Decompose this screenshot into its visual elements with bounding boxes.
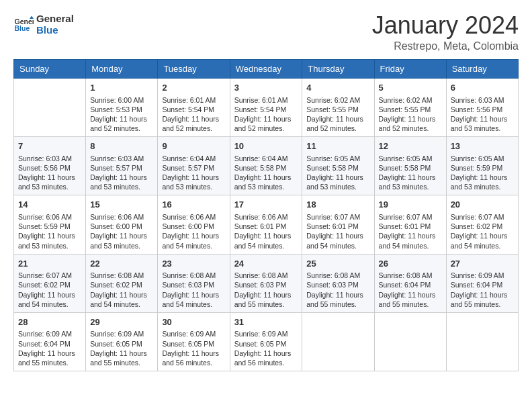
calendar-week-row: 28Sunrise: 6:09 AM Sunset: 6:04 PM Dayli…	[14, 312, 519, 371]
day-info: Sunrise: 6:05 AM Sunset: 5:58 PM Dayligh…	[379, 154, 442, 192]
day-info: Sunrise: 6:08 AM Sunset: 6:04 PM Dayligh…	[379, 271, 442, 309]
calendar-cell: 18Sunrise: 6:07 AM Sunset: 6:01 PM Dayli…	[302, 195, 374, 254]
calendar-cell: 11Sunrise: 6:05 AM Sunset: 5:58 PM Dayli…	[302, 137, 374, 195]
day-number: 29	[90, 316, 153, 328]
calendar-cell: 26Sunrise: 6:08 AM Sunset: 6:04 PM Dayli…	[374, 254, 446, 312]
calendar-table: SundayMondayTuesdayWednesdayThursdayFrid…	[13, 59, 519, 371]
day-info: Sunrise: 6:09 AM Sunset: 6:05 PM Dayligh…	[162, 329, 225, 367]
day-info: Sunrise: 6:01 AM Sunset: 5:54 PM Dayligh…	[234, 95, 298, 134]
calendar-cell: 23Sunrise: 6:08 AM Sunset: 6:03 PM Dayli…	[158, 254, 230, 312]
day-number: 7	[18, 140, 81, 152]
day-number: 25	[306, 258, 369, 270]
calendar-cell: 21Sunrise: 6:07 AM Sunset: 6:02 PM Dayli…	[14, 254, 86, 312]
day-number: 6	[451, 82, 514, 94]
day-number: 4	[306, 82, 369, 94]
day-number: 14	[18, 199, 81, 211]
calendar-cell: 6Sunrise: 6:03 AM Sunset: 5:56 PM Daylig…	[446, 79, 518, 137]
header: General Blue General Blue January 2024 R…	[13, 13, 519, 52]
weekday-header: Thursday	[302, 60, 374, 79]
calendar-week-row: 7Sunrise: 6:03 AM Sunset: 5:56 PM Daylig…	[14, 137, 519, 195]
day-info: Sunrise: 6:02 AM Sunset: 5:55 PM Dayligh…	[379, 95, 442, 134]
day-info: Sunrise: 6:07 AM Sunset: 6:02 PM Dayligh…	[18, 271, 81, 309]
day-info: Sunrise: 6:07 AM Sunset: 6:02 PM Dayligh…	[451, 212, 514, 250]
calendar-cell: 27Sunrise: 6:09 AM Sunset: 6:04 PM Dayli…	[446, 254, 518, 312]
day-info: Sunrise: 6:03 AM Sunset: 5:57 PM Dayligh…	[90, 154, 153, 192]
day-info: Sunrise: 6:09 AM Sunset: 6:04 PM Dayligh…	[451, 271, 514, 309]
calendar-cell: 5Sunrise: 6:02 AM Sunset: 5:55 PM Daylig…	[374, 79, 446, 137]
day-number: 13	[451, 140, 514, 152]
weekday-header: Tuesday	[158, 60, 230, 79]
calendar-week-row: 21Sunrise: 6:07 AM Sunset: 6:02 PM Dayli…	[14, 254, 519, 312]
day-number: 10	[234, 140, 298, 152]
day-number: 30	[162, 316, 225, 328]
calendar-header: SundayMondayTuesdayWednesdayThursdayFrid…	[14, 60, 519, 79]
day-number: 15	[90, 199, 153, 211]
day-info: Sunrise: 6:08 AM Sunset: 6:03 PM Dayligh…	[162, 271, 225, 309]
logo-general: General	[36, 13, 74, 25]
day-number: 24	[234, 258, 298, 270]
calendar-cell	[446, 312, 518, 371]
logo-icon: General Blue	[13, 15, 34, 35]
day-info: Sunrise: 6:01 AM Sunset: 5:54 PM Dayligh…	[162, 95, 225, 134]
weekday-header: Wednesday	[230, 60, 302, 79]
day-number: 11	[306, 140, 369, 152]
weekday-header: Sunday	[14, 60, 86, 79]
day-info: Sunrise: 6:07 AM Sunset: 6:01 PM Dayligh…	[306, 212, 369, 250]
day-number: 20	[451, 199, 514, 211]
day-number: 18	[306, 199, 369, 211]
calendar-subtitle: Restrepo, Meta, Colombia	[372, 40, 519, 52]
calendar-cell: 16Sunrise: 6:06 AM Sunset: 6:00 PM Dayli…	[158, 195, 230, 254]
calendar-cell	[302, 312, 374, 371]
calendar-cell: 17Sunrise: 6:06 AM Sunset: 6:01 PM Dayli…	[230, 195, 302, 254]
day-number: 8	[90, 140, 153, 152]
day-info: Sunrise: 6:09 AM Sunset: 6:04 PM Dayligh…	[18, 329, 81, 367]
day-number: 21	[18, 258, 81, 270]
calendar-cell: 8Sunrise: 6:03 AM Sunset: 5:57 PM Daylig…	[86, 137, 158, 195]
calendar-cell: 22Sunrise: 6:08 AM Sunset: 6:02 PM Dayli…	[86, 254, 158, 312]
day-info: Sunrise: 6:04 AM Sunset: 5:58 PM Dayligh…	[234, 154, 298, 192]
calendar-cell: 28Sunrise: 6:09 AM Sunset: 6:04 PM Dayli…	[14, 312, 86, 371]
day-number: 5	[379, 82, 442, 94]
calendar-cell: 3Sunrise: 6:01 AM Sunset: 5:54 PM Daylig…	[230, 79, 302, 137]
day-number: 19	[379, 199, 442, 211]
day-info: Sunrise: 6:09 AM Sunset: 6:05 PM Dayligh…	[234, 329, 298, 367]
day-info: Sunrise: 6:09 AM Sunset: 6:05 PM Dayligh…	[90, 329, 153, 367]
day-info: Sunrise: 6:03 AM Sunset: 5:56 PM Dayligh…	[451, 95, 514, 134]
day-number: 17	[234, 199, 298, 211]
day-info: Sunrise: 6:02 AM Sunset: 5:55 PM Dayligh…	[306, 95, 369, 134]
svg-text:Blue: Blue	[15, 24, 30, 32]
calendar-week-row: 1Sunrise: 6:00 AM Sunset: 5:53 PM Daylig…	[14, 79, 519, 137]
day-number: 23	[162, 258, 225, 270]
day-number: 31	[234, 316, 298, 328]
weekday-row: SundayMondayTuesdayWednesdayThursdayFrid…	[14, 60, 519, 79]
day-info: Sunrise: 6:08 AM Sunset: 6:03 PM Dayligh…	[234, 271, 298, 309]
calendar-cell	[374, 312, 446, 371]
calendar-cell: 2Sunrise: 6:01 AM Sunset: 5:54 PM Daylig…	[158, 79, 230, 137]
calendar-body: 1Sunrise: 6:00 AM Sunset: 5:53 PM Daylig…	[14, 79, 519, 371]
weekday-header: Monday	[86, 60, 158, 79]
day-info: Sunrise: 6:06 AM Sunset: 6:01 PM Dayligh…	[234, 212, 298, 250]
calendar-cell: 20Sunrise: 6:07 AM Sunset: 6:02 PM Dayli…	[446, 195, 518, 254]
day-number: 12	[379, 140, 442, 152]
day-number: 2	[162, 82, 225, 94]
calendar-cell: 7Sunrise: 6:03 AM Sunset: 5:56 PM Daylig…	[14, 137, 86, 195]
calendar-cell: 13Sunrise: 6:05 AM Sunset: 5:59 PM Dayli…	[446, 137, 518, 195]
day-number: 27	[451, 258, 514, 270]
logo-blue: Blue	[36, 25, 74, 36]
day-info: Sunrise: 6:00 AM Sunset: 5:53 PM Dayligh…	[90, 95, 153, 134]
calendar-cell: 31Sunrise: 6:09 AM Sunset: 6:05 PM Dayli…	[230, 312, 302, 371]
day-info: Sunrise: 6:06 AM Sunset: 6:00 PM Dayligh…	[90, 212, 153, 250]
logo: General Blue General Blue	[13, 13, 74, 36]
day-info: Sunrise: 6:06 AM Sunset: 5:59 PM Dayligh…	[18, 212, 81, 250]
day-info: Sunrise: 6:08 AM Sunset: 6:03 PM Dayligh…	[306, 271, 369, 309]
day-info: Sunrise: 6:04 AM Sunset: 5:57 PM Dayligh…	[162, 154, 225, 192]
day-info: Sunrise: 6:06 AM Sunset: 6:00 PM Dayligh…	[162, 212, 225, 250]
calendar-cell: 10Sunrise: 6:04 AM Sunset: 5:58 PM Dayli…	[230, 137, 302, 195]
calendar-cell: 15Sunrise: 6:06 AM Sunset: 6:00 PM Dayli…	[86, 195, 158, 254]
calendar-title: January 2024	[372, 13, 519, 38]
day-number: 28	[18, 316, 81, 328]
calendar-cell: 9Sunrise: 6:04 AM Sunset: 5:57 PM Daylig…	[158, 137, 230, 195]
calendar-cell: 14Sunrise: 6:06 AM Sunset: 5:59 PM Dayli…	[14, 195, 86, 254]
title-section: January 2024 Restrepo, Meta, Colombia	[372, 13, 519, 52]
calendar-week-row: 14Sunrise: 6:06 AM Sunset: 5:59 PM Dayli…	[14, 195, 519, 254]
